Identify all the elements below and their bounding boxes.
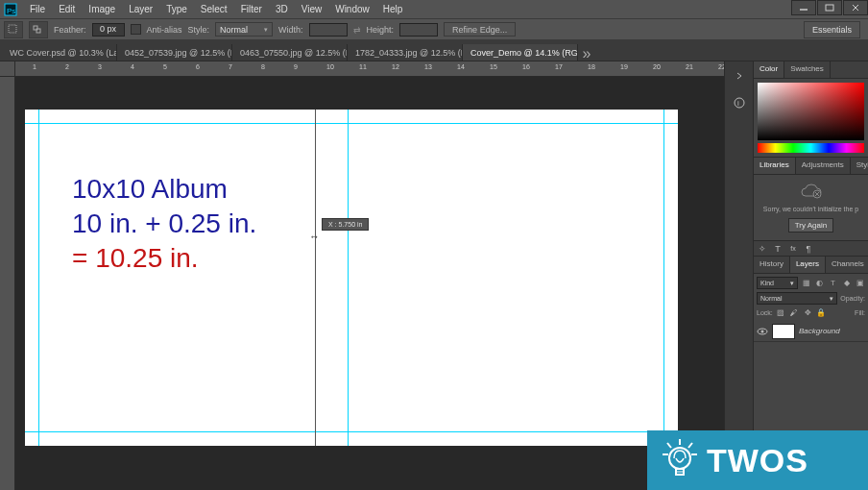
ruler-num: 12 [392,63,399,70]
layer-row-background[interactable]: Background [754,321,868,342]
svg-text:Ps: Ps [7,7,15,15]
workspace-switcher[interactable]: Essentials [804,21,860,38]
lock-transparent-icon[interactable]: ▨ [776,307,786,318]
dock-expand-icon[interactable] [731,67,748,85]
ruler-vertical[interactable] [0,77,15,490]
ruler-horizontal[interactable]: 1 2 3 4 5 6 7 8 9 10 11 12 13 14 15 16 1… [15,61,724,77]
tab-history[interactable]: History [754,257,790,273]
lock-position-icon[interactable]: ✥ [803,307,813,318]
lock-all-icon[interactable]: 🔒 [816,307,827,318]
minimize-button[interactable] [791,0,816,15]
ruler-num: 17 [555,63,563,70]
color-field[interactable] [758,83,864,140]
chevron-down-icon: ▾ [830,295,833,303]
filter-type-icon[interactable]: T [828,278,838,288]
refine-edge-button[interactable]: Refine Edge... [444,22,516,37]
filter-shape-icon[interactable]: ◆ [841,278,852,288]
ruler-origin[interactable] [0,61,15,77]
feather-label: Feather: [54,25,86,35]
color-panel-body [754,79,868,157]
menu-3d[interactable]: 3D [269,2,295,16]
fx-icon[interactable]: fx [787,243,799,255]
antialias-checkbox[interactable] [131,24,141,35]
color-panel-tabs: Color Swatches [754,61,868,79]
text-line-1: 10x10 Album [72,172,256,207]
maximize-button[interactable] [817,0,842,15]
try-again-button[interactable]: Try Again [788,218,834,233]
ruler-num: 15 [490,63,497,70]
info-icon[interactable]: i [731,94,748,111]
menu-help[interactable]: Help [376,2,410,16]
style-select[interactable]: Normal ▾ [215,22,273,37]
tab-channels[interactable]: Channels [826,257,868,273]
visibility-icon[interactable] [757,326,768,337]
menu-edit[interactable]: Edit [52,2,82,16]
tab-swatches[interactable]: Swatches [784,61,831,78]
doc-tab-1[interactable]: 0452_07539.jpg @ 12.5% (RGB...× [117,44,232,61]
tab-libraries[interactable]: Libraries [754,158,796,174]
svg-line-18 [688,443,692,448]
tab-layers[interactable]: Layers [790,257,826,273]
ruler-num: 1 [33,63,36,70]
marquee-options-icon[interactable] [29,21,48,38]
ruler-num: 2 [65,63,69,70]
ruler-num: 9 [294,63,298,70]
menu-filter[interactable]: Filter [234,2,269,16]
paragraph-icon[interactable]: ¶ [803,243,814,255]
menu-view[interactable]: View [295,2,329,16]
wand-icon[interactable]: ✧ [757,243,768,255]
guide-vertical[interactable] [663,110,664,446]
doc-tab-4[interactable]: Cover_Demo @ 14.1% (RGB/8) *× [463,44,578,61]
tab-color[interactable]: Color [754,61,784,78]
tool-preset-icon[interactable] [4,21,23,38]
doc-tab-0[interactable]: WC Cover.psd @ 10.3% (Layer ...× [2,44,117,61]
tab-styles[interactable]: Styles [851,158,868,174]
tab-overflow-icon[interactable]: » [580,47,593,61]
width-input [309,23,348,37]
type-icon[interactable]: T [772,243,784,255]
cloud-error-icon [800,183,823,200]
guide-horizontal[interactable] [25,123,678,124]
ruler-num: 5 [163,63,167,70]
blend-mode-select[interactable]: Normal▾ [757,292,837,305]
filter-adjust-icon[interactable]: ◐ [814,278,825,288]
guide-horizontal[interactable] [25,431,678,432]
ruler-num: 14 [457,63,465,70]
width-label: Width: [278,25,303,35]
right-panels: Color Swatches Libraries Adjustments Sty… [753,61,868,490]
ruler-num: 16 [522,63,530,70]
menu-window[interactable]: Window [328,2,376,16]
doc-tab-label: Cover_Demo @ 14.1% (RGB/8) * [470,48,578,58]
layer-filter-select[interactable]: Kind▾ [757,277,798,289]
style-value: Normal [220,25,248,35]
feather-input[interactable]: 0 px [92,23,125,37]
lock-icons: ▨ 🖌 ✥ 🔒 [776,307,827,318]
close-button[interactable] [843,0,868,15]
guide-vertical[interactable] [38,110,39,446]
kind-label: Kind [760,280,774,286]
menu-select[interactable]: Select [194,2,234,16]
canvas[interactable]: 10x10 Album 10 in. + 0.25 in. = 10.25 in… [25,110,678,446]
menu-layer[interactable]: Layer [122,2,159,16]
menu-type[interactable]: Type [159,2,194,16]
document-tabs: WC Cover.psd @ 10.3% (Layer ...× 0452_07… [0,40,868,61]
menu-image[interactable]: Image [82,2,122,16]
libraries-panel-tabs: Libraries Adjustments Styles [754,158,868,175]
filter-pixel-icon[interactable]: ▦ [801,278,811,288]
guide-vertical[interactable] [348,110,349,446]
ruler-num: 19 [620,63,628,70]
guide-dragging[interactable] [315,110,316,446]
window-controls [790,0,868,15]
svg-rect-6 [9,25,16,33]
hue-slider[interactable] [758,143,864,153]
layer-filter-icons: ▦ ◐ T ◆ ▣ [801,278,865,288]
doc-tab-2[interactable]: 0463_07550.jpg @ 12.5% (RGB...× [232,44,348,61]
filter-smart-icon[interactable]: ▣ [855,278,865,288]
tab-adjustments[interactable]: Adjustments [796,158,851,174]
doc-tab-label: 0452_07539.jpg @ 12.5% (RGB... [125,48,232,58]
blend-mode-value: Normal [760,295,783,302]
menu-file[interactable]: File [23,2,52,16]
lock-pixels-icon[interactable]: 🖌 [789,307,800,318]
libraries-error-text: Sorry, we couldn't initialize the p [763,206,858,212]
doc-tab-3[interactable]: 1782_04333.jpg @ 12.5% (RGB...× [348,44,463,61]
